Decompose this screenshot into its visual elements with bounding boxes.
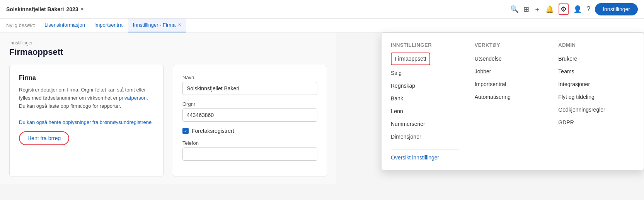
telefon-input[interactable] <box>182 147 317 161</box>
dropdown-integrasjoner[interactable]: Integrasjoner <box>558 78 627 91</box>
search-icon[interactable]: 🔍 <box>510 5 519 14</box>
orgnr-group: Orgnr <box>182 101 317 122</box>
dropdown-dimensjoner[interactable]: Dimensjoner <box>391 131 459 143</box>
navn-group: Navn <box>182 75 317 95</box>
telefon-group: Telefon <box>182 140 317 161</box>
bronnoy-link[interactable]: Du kan også hente opplysninger fra brønn… <box>19 119 154 125</box>
main-layout: Innstillinger Firmaoppsett Firma Registr… <box>0 32 644 184</box>
telefon-label: Telefon <box>182 140 317 146</box>
breadcrumb: Innstillinger <box>9 40 327 46</box>
company-year: 2023 <box>66 6 78 12</box>
verktoy-col-header: Verktøy <box>475 42 543 48</box>
user-icon[interactable]: 👤 <box>573 5 582 14</box>
foretaksregistrert-label: Foretaksregistrert <box>192 128 234 134</box>
recently-bar: Nylig besøkt: Lisensinformasjon Importse… <box>0 19 644 32</box>
tab-lisensinformasjon[interactable]: Lisensinformasjon <box>40 19 90 32</box>
dropdown-lonn[interactable]: Lønn <box>391 105 459 118</box>
oversikt-innstillinger-link[interactable]: Oversikt innstillinger <box>391 154 439 161</box>
dropdown-utsendelse[interactable]: Utsendelse <box>475 53 543 65</box>
tab-innstillinger-firma[interactable]: Innstillinger - Firma ✕ <box>128 19 186 32</box>
dropdown-verktoy-col: Verktøy Utsendelse Jobber Importsentral … <box>467 42 551 161</box>
close-tab-icon[interactable]: ✕ <box>178 22 181 27</box>
hent-fra-brreg-button[interactable]: Hent fra brreg <box>19 131 69 145</box>
dropdown-nummerserier[interactable]: Nummerserier <box>391 118 459 131</box>
dropdown-jobber[interactable]: Jobber <box>475 65 543 78</box>
orgnr-label: Orgnr <box>182 101 317 107</box>
bell-icon[interactable]: 🔔 <box>545 5 554 14</box>
company-name: Solskinnsfjellet Bakeri <box>6 6 64 12</box>
chevron-down-icon: ▾ <box>81 7 83 12</box>
recently-label: Nylig besøkt: <box>6 22 35 28</box>
dropdown-teams[interactable]: Teams <box>558 65 627 78</box>
tab-importsentral[interactable]: Importsentral <box>90 19 128 32</box>
firma-section-title: Firma <box>19 75 154 81</box>
dropdown-importsentral[interactable]: Importsentral <box>475 78 543 91</box>
firma-description: Registrer detaljer om firma. Orgnr felte… <box>19 86 154 110</box>
dropdown-automatisering[interactable]: Automatisering <box>475 91 543 103</box>
orgnr-input[interactable] <box>182 108 317 122</box>
dropdown-admin-col: Admin Brukere Teams Integrasjoner Flyt o… <box>550 42 634 161</box>
plus-icon[interactable]: ＋ <box>534 5 541 14</box>
dropdown-godkjenningsregler[interactable]: Godkjenningsregler <box>558 103 627 116</box>
help-icon[interactable]: ? <box>586 5 590 13</box>
topbar-left: Solskinnsfjellet Bakeri 2023 ▾ <box>6 6 83 12</box>
dropdown-regnskap[interactable]: Regnskap <box>391 80 459 92</box>
foretaksregistrert-row: ✓ Foretaksregistrert <box>182 128 317 134</box>
gear-icon[interactable]: ⚙ <box>559 3 569 15</box>
dropdown-salg[interactable]: Salg <box>391 67 459 80</box>
page-title: Firmaoppsett <box>9 47 327 57</box>
foretaksregistrert-checkbox[interactable]: ✓ <box>182 128 189 134</box>
grid-icon[interactable]: ⊞ <box>523 5 529 14</box>
dropdown-innstillinger-col: Innstillinger Firmaoppsett Salg Regnskap… <box>391 42 467 161</box>
dropdown-flyt-og-tildeling[interactable]: Flyt og tildeling <box>558 91 627 103</box>
page-content: Innstillinger Firmaoppsett Firma Registr… <box>0 32 336 184</box>
topbar: Solskinnsfjellet Bakeri 2023 ▾ 🔍 ⊞ ＋ 🔔 ⚙… <box>0 0 644 19</box>
navn-input[interactable] <box>182 82 317 95</box>
dropdown-footer: Oversikt innstillinger <box>391 149 459 161</box>
navn-label: Navn <box>182 75 317 80</box>
admin-col-header: Admin <box>558 42 627 48</box>
topbar-right: 🔍 ⊞ ＋ 🔔 ⚙ 👤 ? Innstillinger <box>510 3 638 15</box>
dropdown-firmaoppsett[interactable]: Firmaoppsett <box>391 53 430 65</box>
firma-form-panel: Navn Orgnr ✓ Foretaksregistrert Telefon <box>173 65 327 176</box>
firma-info-panel: Firma Registrer detaljer om firma. Orgnr… <box>9 65 164 176</box>
dropdown-brukere[interactable]: Brukere <box>558 53 627 65</box>
privatperson-link[interactable]: privatperson <box>119 95 147 101</box>
dropdown-bank[interactable]: Bank <box>391 92 459 105</box>
dropdown-gdpr[interactable]: GDPR <box>558 116 627 129</box>
settings-dropdown: Innstillinger Firmaoppsett Salg Regnskap… <box>381 32 644 170</box>
firma-section: Firma Registrer detaljer om firma. Orgnr… <box>9 65 327 176</box>
save-settings-button[interactable]: Innstillinger <box>595 3 638 15</box>
innstillinger-col-header: Innstillinger <box>391 42 459 48</box>
company-selector[interactable]: Solskinnsfjellet Bakeri 2023 ▾ <box>6 6 83 12</box>
